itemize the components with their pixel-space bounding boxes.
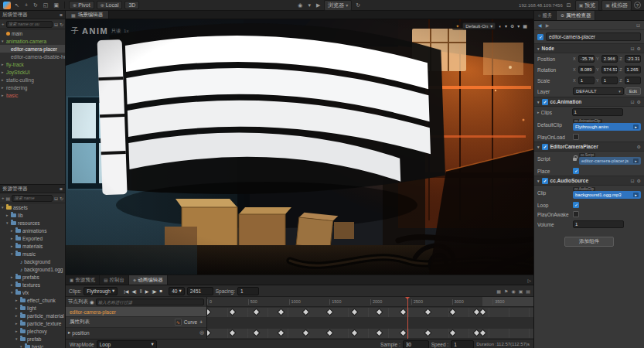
scene-grid-icon[interactable]: ▦ — [523, 23, 527, 29]
scale-x-field[interactable]: 1 — [578, 77, 595, 84]
asset-item[interactable]: background1.ogg — [0, 265, 65, 273]
asset-item[interactable]: textures — [0, 281, 65, 288]
rotate-tool-icon[interactable]: ↻ — [32, 2, 39, 9]
hierarchy-item[interactable]: rendering — [0, 84, 65, 91]
hierarchy-item[interactable]: static-culling — [0, 76, 65, 84]
create-node-icon[interactable]: + — [2, 22, 5, 26]
paste-component-icon[interactable]: ⊡ — [631, 46, 635, 51]
hierarchy-item[interactable]: editor-camera-placer — [0, 45, 65, 53]
position-z-field[interactable]: -23.31 — [625, 55, 641, 63]
hierarchy-item[interactable]: main — [0, 29, 65, 37]
refresh-icon[interactable]: ↻ — [60, 196, 63, 201]
spacing-input[interactable] — [237, 287, 259, 295]
gear-icon[interactable]: ⚙ — [637, 144, 641, 149]
place-checkbox[interactable] — [573, 168, 579, 174]
nav-back-icon[interactable]: ◀ — [538, 22, 542, 28]
add-keyframe-icon[interactable]: ◎ — [199, 329, 204, 336]
panel-menu-icon[interactable]: ≡ — [60, 12, 63, 18]
play-button[interactable]: ▶ — [315, 2, 322, 9]
play-on-awake-checkbox[interactable] — [573, 211, 579, 217]
asset-item[interactable]: resources — [0, 219, 65, 227]
hierarchy-search-input[interactable] — [6, 21, 53, 28]
keyframe-track-position[interactable] — [207, 329, 533, 338]
node-filter-input[interactable] — [96, 299, 204, 305]
play-on-load-checkbox[interactable] — [573, 134, 579, 140]
scale-tool-icon[interactable]: ◱ — [42, 2, 50, 9]
refresh-icon[interactable]: ↻ — [60, 22, 63, 27]
collapse-arrow-icon[interactable]: ▾ — [537, 179, 540, 183]
clip-select[interactable]: Flythrough ▾ — [83, 287, 118, 295]
collapse-arrow-icon[interactable]: ▾ — [537, 46, 540, 51]
layer-edit-button[interactable]: Edit — [625, 87, 641, 95]
asset-item[interactable]: lib — [0, 211, 65, 219]
hierarchy-item[interactable]: JoyStickUI — [0, 68, 65, 76]
collapse-all-icon[interactable]: ⊟ — [54, 196, 58, 201]
property-row-position[interactable]: position ◎ — [66, 328, 206, 337]
view-mode-icon[interactable]: ◐ — [499, 24, 502, 29]
asset-item[interactable]: background — [0, 258, 65, 265]
asset-item[interactable]: prefabs — [0, 273, 65, 281]
bottom-tab[interactable]: ◈ 动画编辑器 — [129, 275, 168, 285]
asset-item[interactable]: assets — [0, 203, 65, 211]
asset-item[interactable]: Exported — [0, 234, 65, 242]
scene-viewport[interactable]: 子 ANIM 只读 1x ✦ Default-On ▾ ◐ ▾ ⚙ ▾ ▦ — [66, 19, 533, 275]
gear-icon[interactable]: ⚙ — [637, 46, 641, 51]
animation-enabled-checkbox[interactable] — [542, 99, 548, 105]
mode-3d-toggle[interactable]: 3D — [124, 1, 139, 9]
asset-item[interactable]: particle_texture — [0, 319, 65, 327]
gear-icon[interactable]: ⚙ — [637, 99, 641, 104]
device-dropdown-icon[interactable]: ▾ — [306, 2, 312, 9]
inspector-tab[interactable]: ○ 服务 — [534, 11, 557, 20]
scene-camera-select[interactable]: Default-On ▾ — [462, 22, 496, 29]
device-icon[interactable]: ◉ — [296, 2, 304, 9]
local-toggle[interactable]: ⊕Local — [97, 1, 123, 9]
paste-component-icon[interactable]: ⊡ — [631, 178, 635, 183]
node-name-field[interactable]: editor-camera-placer — [546, 32, 641, 41]
refresh-button[interactable]: ↻ — [354, 2, 362, 9]
curve-icon[interactable]: ∿ — [175, 319, 182, 326]
copy-url-icon[interactable]: ⊡ — [565, 2, 573, 9]
grid-toggle-icon[interactable]: ▦ — [496, 288, 501, 294]
pause-button[interactable]: || — [140, 288, 142, 294]
layer-select[interactable]: DEFAULT ▾ — [573, 87, 624, 95]
audio-clip-field[interactable]: background1.ogg.mp3 ▸ — [573, 191, 641, 199]
chevron-down-icon[interactable]: ▾ — [505, 23, 507, 29]
play-button[interactable]: ▶ — [145, 288, 149, 294]
paste-component-icon[interactable]: ⊡ — [631, 99, 635, 104]
filter-icon[interactable]: ◉ — [90, 299, 94, 305]
keyframe-track-node[interactable] — [207, 308, 533, 317]
expand-arrow-icon[interactable] — [68, 329, 70, 336]
move-tool-icon[interactable]: + — [23, 2, 29, 8]
rotation-z-field[interactable]: 1.265 — [625, 66, 641, 73]
timeline-ruler[interactable]: 0500100015002000250030003500 — [207, 297, 533, 307]
asset-picker-icon[interactable]: ▸ — [633, 193, 639, 197]
script-field[interactable]: editor-camera-placer.js ▸ — [579, 157, 641, 165]
panel-layout-icon[interactable]: ▣ — [519, 288, 523, 294]
simulator-button[interactable]: ▣模拟器 — [601, 0, 632, 11]
prev-frame-button[interactable]: ◀| — [131, 288, 136, 294]
add-component-button[interactable]: 添加组件 — [564, 237, 614, 247]
collapse-all-icon[interactable]: ⊟ — [54, 22, 58, 27]
stop-button[interactable]: ■ — [160, 288, 163, 294]
position-y-field[interactable]: 2.966 — [601, 55, 618, 63]
camera-placer-section-header[interactable]: ▾ EditorCameraPlacer ⚙ — [534, 142, 644, 152]
default-clip-field[interactable]: Flythrough.anim ▸ — [573, 123, 641, 131]
help-button[interactable]: ? — [634, 2, 641, 9]
create-asset-icon[interactable]: + — [2, 196, 5, 200]
position-x-field[interactable]: -35.78 — [578, 55, 595, 63]
flag-marker-icon[interactable]: ⚑ — [504, 288, 508, 294]
volume-field[interactable]: 1 — [573, 220, 624, 228]
hierarchy-item[interactable]: fly-track — [0, 60, 65, 68]
asset-picker-icon[interactable]: ▸ — [633, 159, 639, 163]
sample-input[interactable] — [403, 340, 429, 348]
pin-icon[interactable]: ⊡ — [636, 22, 640, 28]
placer-enabled-checkbox[interactable] — [542, 144, 548, 150]
gear-icon[interactable]: ⚙ — [637, 178, 641, 183]
hierarchy-item[interactable]: animation-camera — [0, 37, 65, 45]
wrapmode-select[interactable]: Loop ▾ — [97, 340, 157, 348]
asset-item[interactable]: light — [0, 304, 65, 312]
preview-target-select[interactable]: 浏览器▾ — [324, 0, 352, 11]
tab-scene-editor[interactable]: ▦ 场景编辑器 — [66, 11, 109, 19]
next-frame-button[interactable]: |▶ — [152, 288, 156, 294]
asset-item[interactable]: materials — [0, 242, 65, 250]
